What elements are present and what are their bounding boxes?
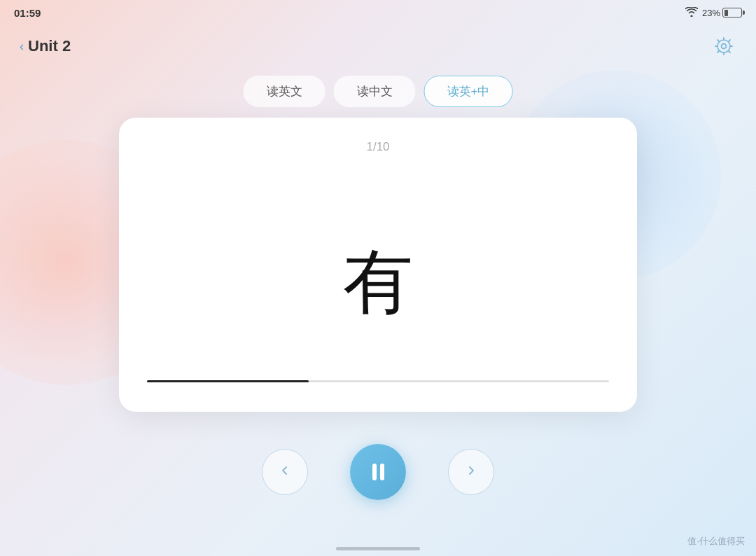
settings-icon [713, 35, 735, 57]
tab-read-english[interactable]: 读英文 [244, 76, 326, 107]
next-icon [465, 463, 477, 481]
tab-read-chinese[interactable]: 读中文 [334, 76, 416, 107]
prev-icon [279, 463, 291, 481]
status-bar: 01:59 23% [0, 0, 756, 25]
flashcard: 1/10 有 [119, 118, 637, 412]
card-progress-container [147, 380, 609, 389]
battery-percent: 23% [702, 8, 720, 18]
tabs-container: 读英文 读中文 读英+中 [244, 76, 513, 107]
wifi-icon [685, 7, 698, 19]
svg-point-1 [718, 40, 730, 53]
settings-button[interactable] [708, 31, 739, 62]
next-button[interactable] [448, 449, 494, 495]
back-title: Unit 2 [28, 37, 71, 55]
status-time: 01:59 [14, 7, 41, 19]
watermark: 值·什么值得买 [687, 535, 745, 548]
status-icons: 23% [685, 7, 742, 19]
card-counter: 1/10 [366, 140, 389, 154]
card-character: 有 [343, 182, 413, 380]
prev-button[interactable] [262, 449, 308, 495]
battery-icon [722, 8, 742, 18]
battery-fill [724, 10, 728, 16]
home-indicator [336, 547, 420, 550]
card-progress-track [147, 380, 609, 382]
header: ‹ Unit 2 [0, 25, 756, 67]
pause-icon [372, 464, 384, 480]
card-progress-fill [147, 380, 309, 382]
tab-read-both[interactable]: 读英+中 [424, 76, 513, 107]
playback-controls [262, 444, 494, 500]
svg-point-0 [722, 44, 727, 49]
play-pause-button[interactable] [350, 444, 406, 500]
battery-indicator: 23% [702, 8, 742, 18]
back-chevron-icon: ‹ [20, 39, 24, 54]
back-button[interactable]: ‹ Unit 2 [17, 32, 74, 61]
